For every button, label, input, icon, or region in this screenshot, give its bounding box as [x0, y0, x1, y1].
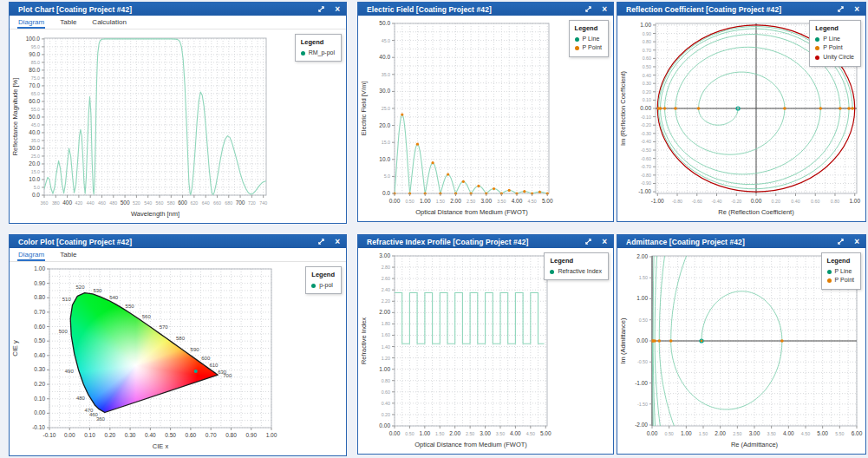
svg-text:3.00: 3.00 — [480, 430, 491, 436]
svg-text:Optical Distance from Medium (: Optical Distance from Medium (FWOT) — [414, 441, 527, 448]
legend-label: P Line — [823, 35, 840, 44]
legend-dot-icon — [827, 278, 832, 283]
close-icon[interactable]: × — [854, 238, 859, 246]
svg-text:0.90: 0.90 — [245, 432, 257, 438]
svg-text:-0.60: -0.60 — [692, 199, 702, 204]
svg-text:700: 700 — [236, 200, 245, 206]
legend-label: P Point — [835, 276, 854, 285]
tab-table[interactable]: Table — [59, 16, 77, 29]
svg-text:1.00: 1.00 — [420, 430, 431, 436]
tab-diagram[interactable]: Diagram — [17, 16, 45, 29]
svg-text:0.30: 0.30 — [34, 366, 45, 372]
svg-text:10.0: 10.0 — [29, 176, 40, 182]
svg-text:3.00: 3.00 — [379, 252, 390, 258]
legend-item: P Point — [815, 43, 854, 53]
window-plot-chart: Plot Chart [Coating Project #42] × Diagr… — [9, 2, 347, 224]
titlebar[interactable]: Reflection Coefficient [Coating Project … — [617, 3, 865, 16]
svg-text:680: 680 — [225, 200, 232, 206]
maximize-icon[interactable] — [317, 5, 325, 13]
window-admittance: Admittance [Coating Project #42] × 0.000… — [617, 234, 866, 455]
svg-text:1.20: 1.20 — [382, 356, 390, 361]
svg-text:0.20: 0.20 — [104, 432, 115, 438]
svg-text:480: 480 — [76, 396, 86, 401]
maximize-icon[interactable] — [837, 238, 845, 245]
svg-text:0.50: 0.50 — [643, 64, 651, 69]
svg-text:3.00: 3.00 — [480, 198, 492, 204]
svg-text:490: 490 — [65, 369, 75, 374]
titlebar[interactable]: Refractive Index Profile [Coating Projec… — [358, 235, 613, 248]
svg-text:1.00: 1.00 — [640, 22, 651, 28]
svg-text:50.0: 50.0 — [379, 20, 390, 26]
svg-text:-0.40: -0.40 — [711, 199, 721, 204]
svg-text:-0.20: -0.20 — [731, 199, 741, 204]
svg-text:0.30: 0.30 — [125, 432, 136, 438]
tab-bar: DiagramTableCalculation — [10, 16, 346, 29]
window-title: Plot Chart [Coating Project #42] — [18, 5, 132, 14]
close-icon[interactable]: × — [602, 5, 607, 14]
close-icon[interactable]: × — [854, 5, 859, 14]
svg-text:-0.80: -0.80 — [672, 199, 682, 204]
window-title: Refractive Index Profile [Coating Projec… — [367, 238, 528, 246]
legend-dot-icon — [827, 270, 832, 274]
svg-text:1.00: 1.00 — [849, 198, 860, 204]
svg-text:0.10: 0.10 — [84, 432, 95, 438]
svg-text:740: 740 — [259, 200, 267, 206]
svg-text:20.0: 20.0 — [379, 122, 390, 128]
svg-text:610: 610 — [209, 363, 219, 368]
svg-text:4.50: 4.50 — [526, 431, 535, 436]
svg-text:3.50: 3.50 — [767, 431, 776, 436]
maximize-icon[interactable] — [317, 238, 325, 245]
titlebar[interactable]: Plot Chart [Coating Project #42] × — [10, 3, 346, 16]
tab-diagram[interactable]: Diagram — [17, 249, 45, 261]
svg-text:0.00: 0.00 — [636, 337, 648, 344]
svg-text:540: 540 — [109, 295, 119, 300]
legend-label: Unity Circle — [823, 53, 854, 62]
tab-table[interactable]: Table — [59, 249, 77, 261]
svg-text:2.80: 2.80 — [382, 265, 390, 270]
svg-text:0.70: 0.70 — [643, 48, 651, 53]
svg-text:0.50: 0.50 — [405, 431, 414, 436]
svg-text:5.50: 5.50 — [835, 431, 844, 436]
titlebar[interactable]: Admittance [Coating Project #42] × — [617, 235, 865, 248]
svg-text:0.80: 0.80 — [831, 199, 839, 204]
maximize-icon[interactable] — [584, 5, 592, 13]
window-title: Color Plot [Coating Project #42] — [18, 238, 132, 246]
svg-text:-0.90: -0.90 — [641, 180, 651, 186]
chart-canvas: 5205305405505605705805906006106307005105… — [10, 262, 346, 455]
legend: LegendRM_p-pol — [295, 34, 342, 62]
close-icon[interactable]: × — [335, 5, 340, 14]
svg-text:0.0: 0.0 — [382, 190, 390, 196]
legend: LegendP LineP Point — [821, 252, 861, 290]
svg-text:530: 530 — [93, 288, 102, 293]
legend: LegendRefractive Index — [544, 252, 609, 280]
svg-text:-1.00: -1.00 — [635, 380, 648, 386]
maximize-icon[interactable] — [837, 5, 845, 13]
svg-text:0.80: 0.80 — [225, 432, 237, 438]
svg-text:0.50: 0.50 — [639, 317, 648, 323]
maximize-icon[interactable] — [584, 238, 592, 245]
svg-text:400: 400 — [62, 200, 72, 206]
legend-label: p-pol — [319, 281, 333, 291]
svg-text:100.0: 100.0 — [26, 36, 41, 42]
svg-text:0.40: 0.40 — [643, 73, 651, 78]
tab-calculation[interactable]: Calculation — [91, 16, 127, 29]
titlebar[interactable]: Color Plot [Coating Project #42] × — [10, 235, 346, 248]
close-icon[interactable]: × — [602, 238, 607, 246]
svg-text:590: 590 — [191, 347, 200, 352]
legend-label: Refractive Index — [558, 267, 602, 277]
svg-text:1.00: 1.00 — [681, 430, 692, 436]
svg-text:85.0: 85.0 — [31, 60, 40, 65]
svg-text:1.00: 1.00 — [379, 366, 390, 372]
svg-text:30.0: 30.0 — [379, 88, 390, 94]
svg-text:50.0: 50.0 — [29, 114, 40, 120]
svg-text:-0.50: -0.50 — [641, 147, 651, 153]
close-icon[interactable]: × — [335, 238, 340, 246]
svg-text:10.0: 10.0 — [379, 156, 390, 162]
svg-text:CIE y: CIE y — [11, 340, 19, 357]
svg-text:40.0: 40.0 — [29, 129, 40, 135]
titlebar[interactable]: Electric Field [Coating Project #42] × — [358, 3, 613, 16]
legend-dot-icon — [301, 51, 305, 56]
svg-text:55.0: 55.0 — [31, 107, 40, 112]
svg-text:-0.10: -0.10 — [641, 114, 651, 120]
window-refractive-index-profile: Refractive Index Profile [Coating Projec… — [357, 234, 614, 455]
